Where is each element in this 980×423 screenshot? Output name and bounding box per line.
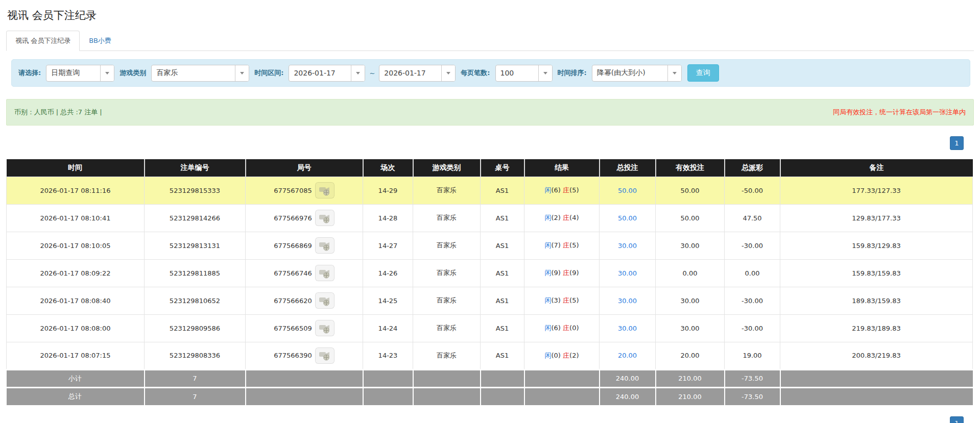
total-bet-cell: 50.00: [600, 204, 656, 232]
bet-no-cell: 523129814266: [145, 204, 246, 232]
total-bet-link[interactable]: 50.00: [618, 187, 637, 194]
video-camera-icon: [319, 323, 331, 334]
payout-cell: -50.00: [725, 177, 780, 204]
note-cell: 200.83/219.83: [780, 342, 973, 369]
game-type-cell: 百家乐: [413, 314, 481, 342]
video-replay-button[interactable]: [315, 182, 334, 198]
game-type-cell: 百家乐: [413, 342, 481, 369]
session-cell: 14-23: [363, 342, 413, 369]
total-bet-link[interactable]: 30.00: [618, 297, 637, 305]
page-1-button[interactable]: 1: [950, 416, 964, 423]
player-result-score: (3): [552, 296, 561, 304]
total-bet-link[interactable]: 30.00: [618, 242, 637, 250]
chevron-down-icon[interactable]: [351, 65, 365, 81]
session-cell: 14-29: [363, 177, 413, 204]
table-row: 2026-01-17 08:10:05 523129813131 6775668…: [7, 232, 973, 259]
table-row: 2026-01-17 08:07:15 523129808336 6775663…: [7, 342, 973, 369]
game-type-value: 百家乐: [152, 65, 235, 81]
page-size-select[interactable]: 100: [495, 65, 553, 82]
date-to-select[interactable]: 2026-01-17: [379, 65, 456, 82]
round-no-value: 677566746: [274, 269, 312, 277]
banker-result-label: 庄: [563, 214, 569, 221]
game-type-cell: 百家乐: [413, 204, 481, 232]
header-total-bet: 总投注: [600, 159, 656, 177]
banker-result-label: 庄: [563, 352, 569, 359]
header-valid-bet: 有效投注: [656, 159, 725, 177]
time-cell: 2026-01-17 08:07:15: [7, 342, 145, 369]
range-separator: ~: [369, 69, 375, 77]
chevron-down-icon[interactable]: [538, 65, 552, 81]
total-bet-cell: 20.00: [600, 342, 656, 369]
summary-valid-bet-cell: 210.00: [656, 387, 725, 405]
date-to-value: 2026-01-17: [379, 65, 441, 81]
betting-records-table: 时间 注单编号 局号 场次 游戏类别 桌号 结果 总投注 有效投注 总派彩 备注…: [6, 159, 973, 405]
session-cell: 14-28: [363, 204, 413, 232]
player-result-label: 闲: [545, 186, 552, 194]
note-cell: 177.33/127.33: [780, 177, 973, 204]
search-button[interactable]: 查询: [687, 64, 719, 82]
payout-cell: -30.00: [725, 314, 780, 342]
note-cell: 159.83/129.83: [780, 232, 973, 259]
video-replay-button[interactable]: [315, 320, 334, 336]
bet-no-cell: 523129810652: [145, 287, 246, 314]
session-cell: 14-25: [363, 287, 413, 314]
total-bet-link[interactable]: 30.00: [618, 325, 637, 332]
table-no-cell: AS1: [481, 259, 524, 287]
total-bet-cell: 30.00: [600, 232, 656, 259]
video-camera-icon: [319, 185, 331, 196]
banker-result-score: (9): [569, 269, 579, 277]
video-replay-button[interactable]: [315, 265, 334, 281]
round-no-value: 677567085: [274, 187, 312, 194]
table-header-row: 时间 注单编号 局号 场次 游戏类别 桌号 结果 总投注 有效投注 总派彩 备注: [7, 159, 973, 177]
video-replay-button[interactable]: [315, 292, 334, 309]
total-bet-link[interactable]: 20.00: [618, 352, 637, 359]
time-sort-select[interactable]: 降幂(由大到小): [592, 65, 682, 82]
header-payout: 总派彩: [725, 159, 780, 177]
session-cell: 14-26: [363, 259, 413, 287]
query-type-select[interactable]: 日期查询: [46, 65, 114, 82]
bet-no-cell: 523129815333: [145, 177, 246, 204]
game-type-cell: 百家乐: [413, 232, 481, 259]
page-title: 视讯 会员下注纪录: [7, 8, 974, 22]
pagination-bottom: 1: [6, 416, 964, 423]
video-replay-button[interactable]: [315, 237, 334, 254]
header-result: 结果: [524, 159, 600, 177]
total-bet-link[interactable]: 30.00: [618, 269, 637, 277]
result-cell: 闲(7) 庄(5): [524, 232, 600, 259]
total-bet-cell: 30.00: [600, 259, 656, 287]
tab-video-records[interactable]: 视讯 会员下注纪录: [6, 31, 80, 51]
video-replay-button[interactable]: [315, 210, 334, 226]
game-type-cell: 百家乐: [413, 177, 481, 204]
page-1-button[interactable]: 1: [950, 136, 964, 150]
banker-result-score: (5): [569, 241, 579, 249]
video-replay-button[interactable]: [315, 347, 334, 364]
total-bet-cell: 30.00: [600, 314, 656, 342]
player-result-score: (2): [552, 214, 561, 221]
time-cell: 2026-01-17 08:11:16: [7, 177, 145, 204]
total-bet-link[interactable]: 50.00: [618, 214, 637, 222]
round-no-cell: 677567085: [246, 177, 363, 204]
table-no-cell: AS1: [481, 342, 524, 369]
banker-result-label: 庄: [563, 269, 569, 277]
date-from-select[interactable]: 2026-01-17: [289, 65, 365, 82]
video-camera-icon: [319, 350, 331, 361]
summary-count-cell: 7: [145, 387, 246, 405]
round-no-cell: 677566869: [246, 232, 363, 259]
time-cell: 2026-01-17 08:08:40: [7, 287, 145, 314]
banker-result-score: (2): [569, 352, 579, 359]
table-row: 2026-01-17 08:09:22 523129811885 6775667…: [7, 259, 973, 287]
game-type-select[interactable]: 百家乐: [151, 65, 249, 82]
round-no-value: 677566976: [274, 214, 312, 222]
table-row: 2026-01-17 08:08:40 523129810652 6775666…: [7, 287, 973, 314]
chevron-down-icon[interactable]: [441, 65, 455, 81]
payout-cell: 47.50: [725, 204, 780, 232]
chevron-down-icon[interactable]: [667, 65, 681, 81]
note-cell: 159.83/159.83: [780, 259, 973, 287]
video-camera-icon: [319, 213, 331, 223]
valid-bet-cell: 30.00: [656, 314, 725, 342]
chevron-down-icon[interactable]: [235, 65, 249, 81]
chevron-down-icon[interactable]: [100, 65, 114, 81]
tab-bb-tip[interactable]: BB小费: [80, 31, 121, 51]
summary-payout-cell: -73.50: [725, 387, 780, 405]
time-cell: 2026-01-17 08:10:41: [7, 204, 145, 232]
